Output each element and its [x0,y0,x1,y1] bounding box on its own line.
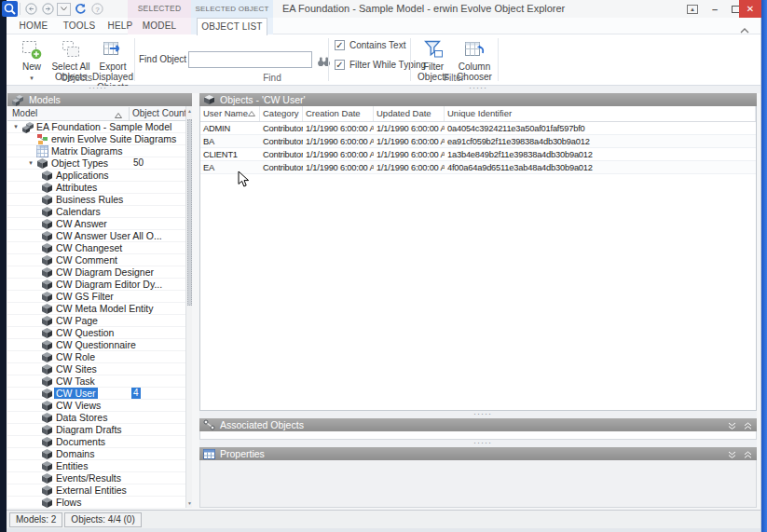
objects-panel-header[interactable]: Objects - 'CW User' [199,93,757,106]
tree-item-data-stores[interactable]: Data Stores [7,412,185,424]
expander-icon[interactable]: ▾ [10,123,21,130]
table-row-client1[interactable]: CLIENT1Contributor1/1/1990 6:00:00 AM1/1… [200,148,756,161]
table-row-ba[interactable]: BAContributor1/1/1990 6:00:00 AM1/1/1990… [200,135,756,148]
qat-dropdown-icon[interactable] [57,3,71,16]
window-options-button[interactable]: ▴ [684,2,701,16]
splitter[interactable] [7,86,760,93]
splitter[interactable] [199,440,757,447]
associated-objects-header[interactable]: Associated Objects [199,418,757,431]
tree-item-cw-gs-filter[interactable]: CW GS Filter [7,291,185,303]
objects-cube-icon [203,94,215,105]
tree-item-applications[interactable]: Applications [7,170,185,182]
expander-icon[interactable]: ▾ [25,159,36,167]
tree-item-cw-question[interactable]: CW Question [7,327,185,339]
divider [20,3,21,15]
tab-help[interactable]: HELP [102,18,139,34]
tree-item-label: CW Sites [54,363,99,375]
scrollbar-thumb[interactable] [187,119,192,306]
tree-item-label: CW Meta Model Entity [54,303,155,314]
tree-item-cw-diagram-editor-dy[interactable]: CW Diagram Editor Dy... [7,279,185,291]
minimize-button[interactable]: – [705,2,724,16]
tree-item-cw-views[interactable]: CW Views [7,400,185,412]
tree-scrollbar[interactable]: ▲ ▼ [185,106,192,508]
model-column-header[interactable]: Model [12,107,37,120]
table-row-admin[interactable]: ADMINContributor1/1/1990 6:00:00 AM1/1/1… [200,122,756,135]
cube-icon [41,363,54,375]
tree-item-label: Object Types [49,157,110,169]
column-header-user-name[interactable]: User Name [200,106,260,121]
tree-item-cw-changeset[interactable]: CW Changeset [7,242,185,254]
tree-item-label: External Entities [54,484,129,496]
cube-icon [41,497,54,509]
tree-item-flows[interactable]: Flows [7,497,185,508]
column-header-creation-date[interactable]: Creation Date [303,106,374,121]
tree-item-cw-page[interactable]: CW Page [7,315,185,327]
new-dropdown-caret [30,72,34,83]
properties-header[interactable]: Properties [199,447,757,460]
tree-item-entities[interactable]: Entities [7,460,185,472]
tab-object-list[interactable]: OBJECT LIST [197,18,267,35]
forward-icon[interactable] [40,2,55,16]
app-icon[interactable] [2,1,18,20]
contains-text-checkbox[interactable]: Contains Text [335,40,405,50]
cube-icon [41,194,54,206]
tree-item-label: CW Page [54,315,100,326]
tree-item-calendars[interactable]: Calendars [7,206,185,218]
model-icon [21,121,34,133]
table-row-ea[interactable]: EAContributor1/1/1990 6:00:00 AM1/1/1990… [200,161,756,174]
cube-icon [41,242,54,254]
tree-item-object-types[interactable]: ▾Object Types50 [7,157,185,170]
status-objects: Objects: 4/4 (0) [64,512,141,527]
column-header-unique-identifier[interactable]: Unique Identifier [445,106,756,121]
help-icon[interactable]: ? [89,2,104,16]
tree-item-attributes[interactable]: Attributes [7,182,185,194]
window-border [7,528,760,532]
models-tree: ▾EA Foundation - Sample Modelerwin Evolv… [7,121,185,508]
tree-item-cw-questionnaire[interactable]: CW Questionnaire [7,339,185,351]
splitter[interactable] [199,411,757,418]
tree-item-cw-task[interactable]: CW Task [7,375,185,388]
tree-item-cw-answer[interactable]: CW Answer [7,218,185,230]
contextual-group-selected-model: SELECTED MODEL [128,0,191,18]
tree-item-external-entities[interactable]: External Entities [7,484,185,497]
tree-item-events-results[interactable]: Events/Results [7,472,185,484]
tab-home[interactable]: HOME [12,18,55,34]
tree-item-business-rules[interactable]: Business Rules [7,194,185,206]
tree-item-cw-answer-user-all-o[interactable]: CW Answer User All O... [7,230,185,242]
refresh-icon[interactable] [73,2,88,16]
tree-item-cw-diagram-designer[interactable]: CW Diagram Designer [7,266,185,279]
cube-icon [41,484,54,497]
column-header-updated-date[interactable]: Updated Date [374,106,445,121]
cell-updated-date: 1/1/1990 6:00:00 AM [374,163,445,172]
tree-item-cw-role[interactable]: CW Role [7,351,185,363]
tree-item-erwin-evolve-suite-diagrams[interactable]: erwin Evolve Suite Diagrams [7,133,185,145]
tree-item-label: Events/Results [54,472,123,484]
cube-icon [41,436,54,448]
cell-unique-identifier: 4f00a64a9d6511e3ab48a4db30b9a012 [445,163,756,172]
close-button[interactable]: ✕ [739,0,761,18]
tab-tools[interactable]: TOOLS [57,18,102,34]
tree-item-diagram-drafts[interactable]: Diagram Drafts [7,424,185,436]
tree-item-label: CW Diagram Editor Dy... [54,279,164,290]
tree-item-domains[interactable]: Domains [7,448,185,460]
tree-item-matrix-diagrams[interactable]: Matrix Diagrams [7,145,185,157]
titlebar: ? SELECTED MODEL SELECTED OBJECT TYPE EA… [7,0,760,18]
tree-item-cw-user[interactable]: CW User4 [7,388,185,400]
models-panel-header[interactable]: Models [7,93,192,106]
object-count-column-header[interactable]: Object Count [132,107,186,120]
tab-model[interactable]: MODEL [135,18,184,34]
splitter-grip [469,83,487,92]
scroll-up-icon[interactable]: ▲ [186,108,193,114]
tree-item-label: Documents [54,436,107,447]
tree-item-label: CW Diagram Designer [54,266,156,278]
tree-item-cw-meta-model-entity[interactable]: CW Meta Model Entity [7,303,185,315]
tree-item-ea-foundation-sample-model[interactable]: ▾EA Foundation - Sample Model [7,121,185,133]
scroll-down-icon[interactable]: ▼ [186,500,193,506]
tree-item-cw-comment[interactable]: CW Comment [7,254,185,266]
filter-while-typing-checkbox[interactable]: Filter While Typing [335,60,426,70]
tree-item-cw-sites[interactable]: CW Sites [7,363,185,375]
back-icon[interactable] [23,2,38,16]
column-header-category[interactable]: Category [260,106,303,121]
find-object-input[interactable] [188,51,312,68]
tree-item-documents[interactable]: Documents [7,436,185,448]
